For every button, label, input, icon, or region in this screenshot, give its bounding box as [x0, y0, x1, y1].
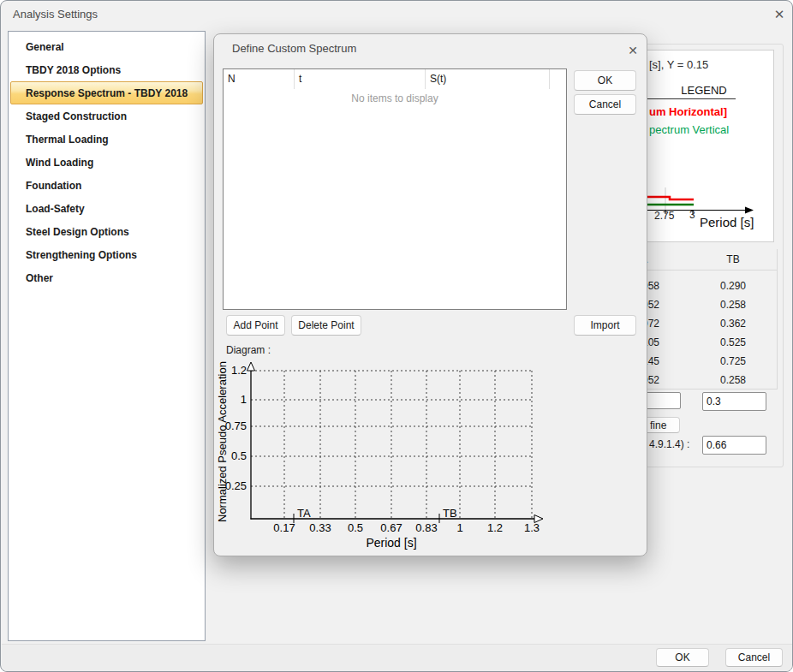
bg-define-button-label: fine — [650, 419, 666, 431]
legend-title: LEGEND — [652, 84, 756, 97]
bg-field-label: 4.9.1.4) : — [649, 438, 689, 450]
define-custom-spectrum-dialog: Define Custom Spectrum ✕ N t S(t) No ite… — [213, 33, 647, 556]
x-tick-label: 0.17 — [273, 521, 295, 534]
sidebar-item-tbdy-2018-options[interactable]: TBDY 2018 Options — [10, 58, 203, 81]
sidebar-item-general[interactable]: General — [10, 35, 203, 58]
legend-item-horizontal: um Horizontal] — [649, 105, 727, 118]
bg-table-right-border — [777, 249, 778, 389]
y-tick-label: 1.2 — [231, 364, 247, 377]
spectrum-points-list-header: N t S(t) — [224, 69, 566, 89]
diagram-label: Diagram : — [226, 344, 271, 356]
sidebar-item-foundation[interactable]: Foundation — [10, 174, 203, 197]
analysis-settings-dialog: Analysis Settings ✕ General TBDY 2018 Op… — [0, 0, 793, 672]
column-header-t: t — [294, 69, 425, 89]
sidebar-item-load-safety[interactable]: Load-Safety — [10, 197, 203, 220]
settings-category-list: General TBDY 2018 Options Response Spect… — [8, 31, 206, 641]
y-axis-title: Normalized Pseudo Acceleration — [216, 361, 229, 522]
y-axis-arrow-icon — [247, 362, 255, 371]
bg-table-header-tb: TB — [707, 253, 760, 265]
column-header-empty — [549, 69, 564, 89]
window-title: Analysis Settings — [13, 8, 98, 21]
close-icon[interactable]: ✕ — [768, 4, 790, 25]
y-tick-label: 0.5 — [231, 449, 247, 462]
modal-close-icon[interactable]: ✕ — [623, 41, 642, 60]
sidebar-item-wind-loading[interactable]: Wind Loading — [10, 151, 203, 174]
x-tick-label: 1.3 — [524, 521, 540, 534]
x-tick-label: 0.5 — [348, 521, 363, 534]
sidebar-item-response-spectrum[interactable]: Response Spectrum - TBDY 2018 — [10, 81, 203, 104]
main-ok-button[interactable]: OK — [656, 648, 709, 667]
delete-point-button[interactable]: Delete Point — [291, 315, 361, 336]
x-tick-label: 1.2 — [487, 521, 503, 534]
sidebar-item-steel-design-options[interactable]: Steel Design Options — [10, 220, 203, 243]
bg-table-cell: 0.290 — [707, 280, 760, 292]
x-tick-label: 0.83 — [415, 521, 437, 534]
add-point-button[interactable]: Add Point — [226, 315, 285, 336]
main-cancel-button[interactable]: Cancel — [725, 648, 783, 667]
x-tick-label: 0.67 — [380, 521, 402, 534]
sidebar-item-other[interactable]: Other — [10, 266, 203, 289]
empty-list-message: No items to display — [224, 92, 566, 104]
y-tick-label: 1 — [241, 393, 247, 406]
bg-table-cell: 0.258 — [707, 374, 760, 386]
cursor-readout: [s], Y = 0.15 — [649, 58, 708, 71]
import-button[interactable]: Import — [574, 315, 636, 336]
sidebar-item-staged-construction[interactable]: Staged Construction — [10, 104, 203, 128]
bg-table-cell: 0.258 — [707, 299, 760, 311]
column-header-n: N — [224, 69, 294, 89]
bg-axis-tick-2-75: 2.75 — [654, 210, 674, 222]
bg-input-bottom[interactable] — [702, 436, 766, 455]
column-header-st: S(t) — [425, 69, 549, 89]
bg-axis-label-period: Period [s] — [700, 215, 754, 229]
x-tick-label: 0.33 — [309, 521, 331, 534]
x-axis-title: Period [s] — [366, 536, 416, 550]
sidebar-item-strengthening-options[interactable]: Strengthening Options — [10, 243, 203, 266]
modal-title: Define Custom Spectrum — [232, 42, 356, 55]
bg-input-top[interactable] — [702, 392, 766, 411]
modal-ok-button[interactable]: OK — [574, 70, 636, 91]
modal-cancel-button[interactable]: Cancel — [574, 94, 636, 115]
bg-table-cell: 0.725 — [707, 355, 760, 367]
bg-table-cell: 0.362 — [707, 318, 760, 330]
bg-table-cell: 0.525 — [707, 336, 760, 348]
legend-item-vertical: pectrum Vertical — [649, 123, 729, 136]
spectrum-points-list[interactable]: N t S(t) No items to display — [223, 68, 567, 310]
ta-marker-label: TA — [297, 507, 311, 520]
spectrum-diagram: TA TB 0.17 0.33 0.5 0.67 0.83 1 1.2 1.3 … — [216, 360, 562, 556]
sidebar-item-thermal-loading[interactable]: Thermal Loading — [10, 128, 203, 151]
tb-marker-label: TB — [443, 507, 457, 520]
x-tick-label: 1 — [456, 521, 462, 534]
bg-axis-tick-3: 3 — [689, 209, 695, 221]
